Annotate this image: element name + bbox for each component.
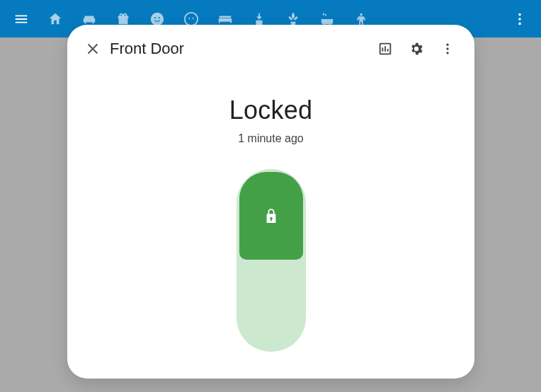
svg-point-6 bbox=[360, 13, 363, 16]
svg-point-5 bbox=[193, 17, 194, 18]
home-icon[interactable] bbox=[41, 5, 69, 33]
svg-point-8 bbox=[518, 18, 521, 21]
lock-icon bbox=[263, 207, 279, 225]
dialog-header: Front Door bbox=[67, 25, 474, 73]
svg-point-3 bbox=[185, 12, 198, 25]
device-dialog: Front Door Locked 1 minute ago bbox=[67, 25, 474, 379]
menu-icon[interactable] bbox=[7, 5, 35, 33]
svg-point-11 bbox=[446, 44, 448, 46]
dialog-title: Front Door bbox=[110, 40, 184, 58]
svg-point-2 bbox=[159, 17, 160, 18]
svg-point-12 bbox=[446, 47, 448, 50]
history-button[interactable] bbox=[370, 35, 401, 63]
svg-point-7 bbox=[518, 13, 521, 16]
lock-thumb[interactable] bbox=[239, 172, 303, 260]
svg-point-4 bbox=[188, 17, 190, 18]
svg-point-9 bbox=[518, 22, 521, 25]
settings-button[interactable] bbox=[401, 35, 432, 63]
svg-point-13 bbox=[446, 52, 448, 54]
appbar-more-icon[interactable] bbox=[506, 5, 534, 33]
more-button[interactable] bbox=[432, 35, 463, 63]
dialog-content: Locked 1 minute ago bbox=[67, 73, 474, 379]
svg-point-0 bbox=[151, 12, 164, 25]
lock-elapsed: 1 minute ago bbox=[238, 132, 304, 145]
svg-point-1 bbox=[154, 17, 156, 18]
lock-status: Locked bbox=[229, 96, 312, 125]
close-button[interactable] bbox=[79, 35, 107, 63]
lock-toggle[interactable] bbox=[237, 169, 306, 352]
